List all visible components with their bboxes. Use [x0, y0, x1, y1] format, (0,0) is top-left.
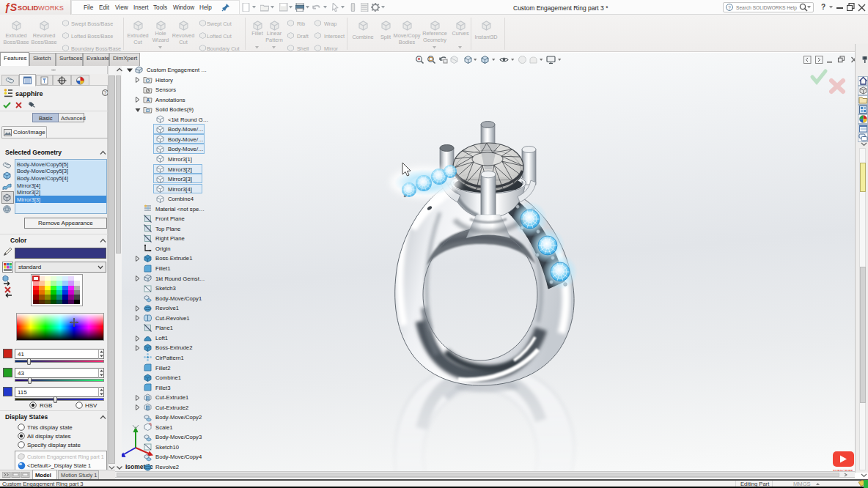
svg-text:ƒS: ƒS: [4, 1, 18, 13]
svg-text:SOLIDWORKS: SOLIDWORKS: [18, 4, 64, 12]
svg-text:A: A: [147, 98, 150, 103]
svg-text:?: ?: [728, 5, 731, 10]
svg-text:?: ?: [104, 90, 107, 95]
